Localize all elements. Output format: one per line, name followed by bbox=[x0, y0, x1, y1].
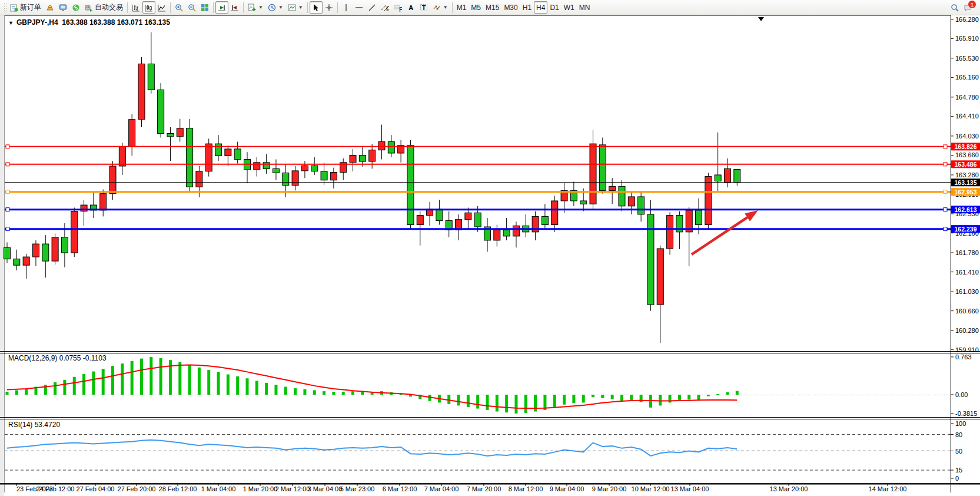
indicators-icon bbox=[248, 4, 256, 12]
gold-icon bbox=[46, 4, 54, 12]
search-icon bbox=[951, 4, 959, 12]
candle-body bbox=[494, 230, 500, 240]
candle-body bbox=[273, 168, 279, 173]
symbol-dropdown-icon[interactable]: ▼ bbox=[8, 20, 14, 26]
zoom-in-button[interactable] bbox=[172, 1, 185, 14]
timeframe-W1[interactable]: W1 bbox=[562, 1, 577, 14]
candle-body bbox=[177, 128, 183, 137]
fibonacci-button[interactable]: F bbox=[391, 1, 404, 14]
hline-handle[interactable] bbox=[944, 145, 947, 148]
indicators-button[interactable]: ▼ bbox=[245, 1, 265, 14]
timeframe-H1[interactable]: H1 bbox=[520, 1, 534, 14]
timeframe-M30[interactable]: M30 bbox=[501, 1, 520, 14]
shapes-button[interactable]: ▼ bbox=[430, 1, 450, 14]
hline-handle[interactable] bbox=[944, 163, 947, 166]
candle-body bbox=[647, 214, 654, 305]
candle-body bbox=[417, 216, 423, 225]
trendline-button[interactable] bbox=[366, 1, 378, 14]
line-chart-button[interactable] bbox=[155, 1, 168, 14]
chart-shift-icon bbox=[231, 4, 239, 12]
hline-handle[interactable] bbox=[6, 190, 9, 194]
zoom-out-button[interactable] bbox=[185, 1, 198, 14]
candle-body bbox=[187, 128, 193, 187]
candle-body bbox=[52, 237, 58, 262]
tile-windows-icon bbox=[201, 4, 209, 12]
hline-handle[interactable] bbox=[944, 208, 947, 211]
notifications-button[interactable]: 1 bbox=[961, 1, 974, 14]
text-button[interactable]: A bbox=[404, 1, 417, 14]
timeframe-D1[interactable]: D1 bbox=[547, 1, 561, 14]
candlestick-chart-button[interactable] bbox=[142, 1, 155, 14]
chart-canvas[interactable]: 166.280165.910165.530165.160164.780164.4… bbox=[0, 0, 980, 496]
gold-button[interactable] bbox=[44, 1, 57, 14]
candle-body bbox=[330, 173, 337, 180]
candle-body bbox=[715, 175, 721, 181]
auto-trading-label: 自动交易 bbox=[95, 2, 123, 12]
equidistant-channel-button[interactable]: E bbox=[378, 1, 391, 14]
candle-body bbox=[474, 213, 481, 227]
separator bbox=[170, 2, 171, 13]
hline-handle[interactable] bbox=[6, 227, 9, 231]
crosshair-button[interactable] bbox=[323, 1, 335, 14]
dropdown-caret-icon: ▼ bbox=[258, 5, 263, 10]
new-order-button[interactable]: 新订单 bbox=[8, 1, 44, 14]
candle-body bbox=[378, 142, 385, 150]
hline-handle[interactable] bbox=[6, 163, 9, 166]
date-label: 24 Feb 12:00 bbox=[36, 485, 75, 492]
text-icon: A bbox=[407, 4, 415, 12]
hline-handle[interactable] bbox=[6, 208, 9, 211]
timeframe-M15[interactable]: M15 bbox=[483, 1, 501, 14]
candle-body bbox=[71, 211, 78, 253]
timeframe-MN[interactable]: MN bbox=[577, 1, 593, 14]
candle-body bbox=[599, 145, 606, 191]
auto-trading-button[interactable]: 自动交易 bbox=[82, 1, 125, 14]
text-label-button[interactable]: T bbox=[417, 1, 430, 14]
tile-windows-button[interactable] bbox=[198, 1, 211, 14]
timeframe-H4[interactable]: H4 bbox=[534, 1, 547, 14]
candle-body bbox=[167, 134, 174, 137]
periods-button[interactable]: ▼ bbox=[265, 1, 285, 14]
svg-text:F: F bbox=[399, 5, 402, 12]
signals-button[interactable] bbox=[69, 1, 82, 14]
bar-chart-button[interactable] bbox=[129, 1, 142, 14]
hline-handle[interactable] bbox=[944, 190, 947, 194]
terminal-button[interactable] bbox=[57, 1, 69, 14]
candle-body bbox=[667, 216, 673, 249]
svg-text:163.826: 163.826 bbox=[955, 143, 977, 150]
separator bbox=[127, 2, 128, 13]
horizontal-line-icon bbox=[355, 4, 363, 12]
dropdown-caret-icon: ▼ bbox=[278, 5, 283, 10]
horizontal-line-button[interactable] bbox=[353, 1, 366, 14]
chart-shift-button[interactable] bbox=[228, 1, 241, 14]
signals-icon bbox=[72, 4, 80, 12]
new-order-icon bbox=[10, 4, 18, 12]
timeframe-M5[interactable]: M5 bbox=[469, 1, 483, 14]
svg-text:163.135: 163.135 bbox=[955, 179, 977, 186]
date-label: 13 Mar 20:00 bbox=[770, 485, 808, 492]
mt4-window: 新订单 自动交易 bbox=[0, 0, 980, 496]
rsi-tick: 0 bbox=[955, 475, 959, 482]
hline-handle[interactable] bbox=[6, 145, 9, 148]
timeframe-M1[interactable]: M1 bbox=[454, 1, 469, 14]
candle-body bbox=[725, 168, 731, 183]
candle-body bbox=[321, 171, 327, 180]
auto-scroll-button[interactable] bbox=[215, 1, 228, 14]
candle-body bbox=[638, 197, 645, 214]
templates-button[interactable]: ▼ bbox=[285, 1, 305, 14]
date-label: 7 Mar 20:00 bbox=[467, 485, 501, 492]
vertical-line-button[interactable] bbox=[340, 1, 353, 14]
separator bbox=[213, 2, 214, 13]
hline-handle[interactable] bbox=[944, 227, 947, 231]
price-tick: 163.280 bbox=[955, 171, 979, 178]
candle-body bbox=[109, 166, 116, 194]
chart-title: ▼GBPJPY-,H4 163.388 163.388 163.071 163.… bbox=[8, 18, 170, 27]
toolbar-grip[interactable] bbox=[4, 2, 6, 13]
auto-scroll-icon bbox=[218, 4, 226, 12]
cursor-button[interactable] bbox=[310, 1, 323, 14]
macd-tick: 0.00 bbox=[955, 391, 968, 398]
candle-body bbox=[734, 169, 740, 182]
bar-chart-icon bbox=[132, 4, 140, 12]
candle-body bbox=[552, 201, 558, 225]
separator bbox=[307, 2, 308, 13]
search-button[interactable] bbox=[948, 1, 961, 14]
